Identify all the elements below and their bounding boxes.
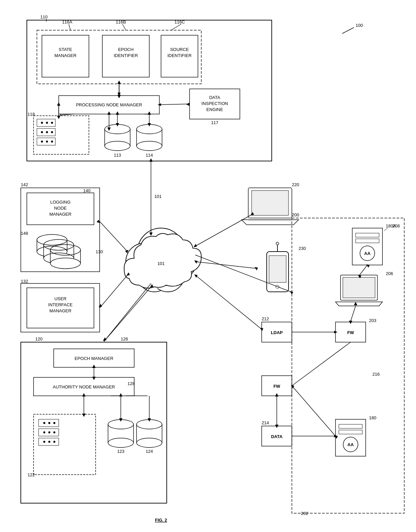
ui-mgr-outer-box bbox=[21, 283, 100, 332]
ref-230: 230 bbox=[299, 246, 306, 251]
auth-node-mgr-label: AUTHORITY NODE MANAGER bbox=[53, 384, 115, 389]
ref-142: 142 bbox=[21, 182, 28, 187]
svg-marker-33 bbox=[107, 111, 111, 115]
ref-180: 180 bbox=[369, 415, 376, 420]
ref-212: 212 bbox=[262, 316, 269, 321]
svg-line-4 bbox=[171, 24, 181, 30]
ref-122: 122 bbox=[28, 472, 35, 477]
svg-marker-134 bbox=[194, 274, 198, 278]
ref-123: 123 bbox=[117, 449, 124, 454]
ref-148: 148 bbox=[21, 231, 28, 236]
ref-116c: 116C bbox=[174, 19, 185, 24]
ref-130: 130 bbox=[96, 249, 103, 254]
logging-mgr-label1: LOGGING bbox=[50, 200, 71, 205]
data-label: DATA bbox=[271, 434, 283, 439]
ui-mgr-label2: INTERFACE bbox=[48, 302, 73, 307]
ref-132: 132 bbox=[21, 279, 28, 284]
svg-marker-10 bbox=[117, 95, 121, 98]
ui-mgr-box bbox=[27, 288, 94, 328]
ref-202: 202 bbox=[301, 511, 308, 516]
svg-line-123 bbox=[384, 228, 387, 231]
svg-rect-119 bbox=[356, 233, 379, 237]
svg-rect-125 bbox=[343, 277, 375, 298]
svg-marker-71 bbox=[99, 304, 102, 307]
network-cloud: 101 bbox=[124, 228, 201, 292]
phone-icon bbox=[267, 242, 289, 292]
svg-marker-41 bbox=[148, 123, 151, 126]
ref-216: 216 bbox=[372, 372, 380, 377]
svg-marker-141 bbox=[275, 393, 278, 396]
svg-rect-118 bbox=[352, 228, 382, 265]
ref-116b: 116B bbox=[116, 19, 126, 24]
fw-bottom-label: FW bbox=[273, 384, 280, 389]
svg-rect-120 bbox=[356, 239, 379, 243]
ref-100: 100 bbox=[356, 23, 363, 28]
svg-point-87 bbox=[43, 441, 45, 443]
svg-point-89 bbox=[53, 441, 55, 443]
ref-120: 120 bbox=[35, 336, 43, 341]
ref-214: 214 bbox=[262, 420, 269, 425]
cloud-label: 101 bbox=[157, 261, 165, 266]
svg-line-107 bbox=[195, 215, 252, 247]
svg-line-132 bbox=[195, 275, 261, 329]
svg-marker-44 bbox=[57, 116, 60, 119]
svg-point-81 bbox=[43, 422, 45, 424]
data-inspect-label1: DATA bbox=[209, 95, 220, 100]
svg-text:AA: AA bbox=[348, 442, 354, 447]
ref-140: 140 bbox=[83, 188, 91, 193]
svg-marker-154 bbox=[290, 291, 293, 295]
svg-point-88 bbox=[48, 441, 50, 443]
ref-180a: 180A bbox=[386, 223, 396, 228]
svg-line-115 bbox=[195, 262, 256, 268]
svg-line-66 bbox=[100, 221, 127, 252]
svg-line-126 bbox=[359, 265, 367, 276]
server-array-box bbox=[34, 116, 89, 154]
svg-rect-105 bbox=[252, 191, 289, 215]
svg-marker-34 bbox=[107, 127, 111, 131]
svg-marker-36 bbox=[116, 111, 119, 115]
svg-point-82 bbox=[48, 422, 50, 424]
svg-point-19 bbox=[41, 131, 43, 133]
ref-206: 206 bbox=[386, 271, 393, 276]
epoch-mgr-label: EPOCH MANAGER bbox=[74, 356, 113, 361]
svg-line-101 bbox=[104, 287, 151, 341]
ref-113: 113 bbox=[114, 153, 121, 158]
svg-marker-109 bbox=[194, 244, 197, 247]
state-manager-label: STATE bbox=[59, 47, 72, 52]
svg-line-151 bbox=[104, 283, 151, 341]
client-box bbox=[292, 218, 404, 513]
ref-200: 200 bbox=[292, 212, 299, 217]
ref-203: 203 bbox=[369, 318, 376, 323]
ref-126: 126 bbox=[121, 336, 128, 341]
fig-label: FIG. 2 bbox=[155, 518, 167, 523]
svg-point-84 bbox=[43, 431, 45, 433]
svg-point-20 bbox=[46, 131, 48, 133]
svg-point-25 bbox=[51, 141, 53, 143]
svg-marker-43 bbox=[57, 102, 60, 106]
data-inspect-label2: INSPECTION bbox=[201, 101, 228, 106]
svg-point-21 bbox=[51, 131, 53, 133]
svg-point-16 bbox=[46, 122, 48, 124]
svg-point-114 bbox=[276, 242, 279, 245]
laptop-icon bbox=[242, 188, 299, 225]
auth-db2-bottom bbox=[137, 438, 162, 447]
svg-line-11 bbox=[160, 104, 189, 105]
svg-line-137 bbox=[292, 342, 351, 386]
svg-rect-144 bbox=[339, 430, 362, 434]
ref-220: 220 bbox=[292, 182, 299, 187]
ref-124: 124 bbox=[146, 449, 153, 454]
auth-db1-bottom bbox=[108, 438, 134, 447]
diagram-container: 100 110 116A 116B 116C STATE MANAGER EPO… bbox=[0, 0, 416, 532]
svg-marker-53 bbox=[149, 158, 153, 162]
epoch-id-label: EPOCH bbox=[118, 47, 134, 52]
svg-marker-76 bbox=[82, 393, 86, 396]
data-inspect-label3: ENGINE bbox=[206, 107, 223, 112]
svg-line-69 bbox=[100, 275, 127, 308]
svg-marker-130 bbox=[349, 321, 352, 324]
ref-128: 128 bbox=[127, 381, 135, 386]
svg-marker-100 bbox=[148, 418, 151, 422]
svg-marker-37 bbox=[116, 123, 119, 126]
ref-117: 117 bbox=[211, 120, 218, 125]
logging-mgr-label2: NODE bbox=[54, 206, 67, 211]
svg-marker-73 bbox=[92, 365, 96, 368]
